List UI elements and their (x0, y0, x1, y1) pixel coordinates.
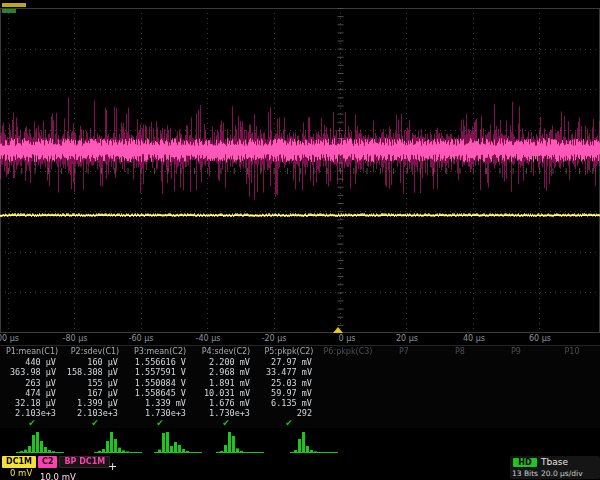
measure-header-p5[interactable]: P5:pkpk(C2) (258, 346, 320, 357)
measurement-table: P1:mean(C1) P2:sdev(C1) P3:mean(C2) P4:s… (0, 345, 600, 428)
time-axis-label: 0 µs (339, 334, 356, 343)
measure-empty-cells (320, 378, 600, 388)
measure-sdev-cell: 6.135 mV (258, 398, 320, 408)
measure-min-cell: 263 µV (0, 378, 64, 388)
histicon-p5[interactable] (290, 431, 338, 453)
measure-sdev-cell: 1.339 mV (126, 398, 194, 408)
measure-header-p9[interactable]: P9 (488, 346, 544, 357)
time-axis-label: -80 µs (63, 334, 88, 343)
measure-value-cell: 440 µV (0, 357, 64, 367)
timebase-value: 20.0 µs/div (538, 469, 598, 478)
measure-value-cell: 160 µV (64, 357, 126, 367)
time-axis-label: -60 µs (129, 334, 154, 343)
histicon-p1[interactable] (16, 431, 64, 453)
c2-scale-readout: 10.0 mV (40, 472, 76, 480)
time-axis: 00 µs -80 µs -60 µs -40 µs -20 µs 0 µs 2… (0, 333, 600, 345)
measure-status-ok-icon: ✔ (194, 419, 258, 428)
measure-empty-cells (320, 367, 600, 377)
measure-header-p7[interactable]: P7 (376, 346, 432, 357)
measure-value-cell: 1.556616 V (126, 357, 194, 367)
measure-empty-cells (320, 419, 600, 428)
c2-coupling-badge[interactable]: BP DC1M (59, 456, 110, 468)
time-axis-label: 00 µs (0, 334, 19, 343)
measure-empty-cells (320, 398, 600, 408)
time-axis-label: -20 µs (262, 334, 287, 343)
bits-readout: 13 Bits (512, 469, 538, 478)
measure-header-p2[interactable]: P2:sdev(C1) (64, 346, 126, 357)
measure-header-p4[interactable]: P4:sdev(C2) (194, 346, 258, 357)
annotation-marker (2, 3, 26, 13)
hd-mode-badge: HD (513, 458, 537, 467)
histicon-p2[interactable] (94, 431, 142, 453)
measure-min-cell: 155 µV (64, 378, 126, 388)
measure-max-cell: 167 µV (64, 388, 126, 398)
measure-mean-cell: 2.968 mV (194, 367, 258, 377)
measure-min-cell: 1.550084 V (126, 378, 194, 388)
measure-max-cell: 10.031 mV (194, 388, 258, 398)
timebase-label: Tbase (538, 457, 598, 467)
annotation-marker-yellow (2, 3, 26, 7)
annotation-marker-green (2, 9, 16, 13)
timebase-panel[interactable]: HD Tbase 13 Bits 20.0 µs/div (510, 456, 600, 479)
c1-coupling-badge[interactable]: DC1M (2, 456, 36, 468)
measure-mean-cell: 363.98 µV (0, 367, 64, 377)
measure-empty-cells (320, 388, 600, 398)
measure-min-cell: 25.03 mV (258, 378, 320, 388)
measure-empty-cells (320, 408, 600, 418)
time-axis-label: -40 µs (196, 334, 221, 343)
histicon-row (0, 428, 600, 455)
measure-min-cell: 1.891 mV (194, 378, 258, 388)
c1-scale-readout: 0 mV (10, 468, 32, 478)
cursor-marker: + (108, 460, 117, 473)
measure-header-p10[interactable]: P10 (544, 346, 600, 357)
measure-status-ok-icon: ✔ (126, 419, 194, 428)
time-axis-label: 20 µs (396, 334, 418, 343)
measure-status-ok-icon: ✔ (64, 419, 126, 428)
oscilloscope-screen: 00 µs -80 µs -60 µs -40 µs -20 µs 0 µs 2… (0, 0, 600, 480)
time-axis-label: 40 µs (463, 334, 485, 343)
measure-max-cell: 1.558645 V (126, 388, 194, 398)
waveform-grid-canvas[interactable] (0, 8, 600, 333)
histicon-p4[interactable] (216, 431, 264, 453)
measure-status-ok-icon: ✔ (258, 419, 320, 428)
measure-mean-cell: 33.477 mV (258, 367, 320, 377)
measure-header-p1[interactable]: P1:mean(C1) (0, 346, 64, 357)
measure-sdev-cell: 32.18 µV (0, 398, 64, 408)
measure-mean-cell: 158.308 µV (64, 367, 126, 377)
channel-badges: DC1M C2 BP DC1M (2, 456, 110, 468)
time-axis-label: 60 µs (529, 334, 551, 343)
measure-value-cell: 2.200 mV (194, 357, 258, 367)
measure-header-p3[interactable]: P3:mean(C2) (126, 346, 194, 357)
measure-max-cell: 474 µV (0, 388, 64, 398)
bottom-bar: DC1M C2 BP DC1M + 0 mV 10.0 mV HD Tbase … (0, 455, 600, 480)
histicon-p3[interactable] (154, 431, 202, 453)
measure-header-p8[interactable]: P8 (432, 346, 488, 357)
measure-header-p6[interactable]: P6:pkpk(C3) (320, 346, 376, 357)
measure-sdev-cell: 1.676 mV (194, 398, 258, 408)
measure-sdev-cell: 1.399 µV (64, 398, 126, 408)
measure-status-ok-icon: ✔ (0, 419, 64, 428)
measure-value-cell: 27.97 mV (258, 357, 320, 367)
measure-mean-cell: 1.557591 V (126, 367, 194, 377)
measure-max-cell: 59.97 mV (258, 388, 320, 398)
c2-channel-badge[interactable]: C2 (38, 456, 57, 468)
measure-empty-cells (320, 357, 600, 367)
trigger-time-marker[interactable] (333, 327, 343, 333)
